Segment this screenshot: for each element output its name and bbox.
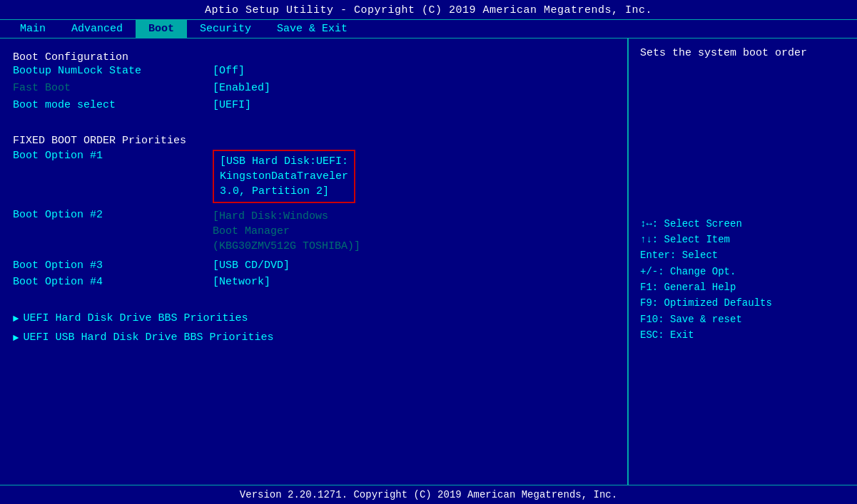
nav-boot[interactable]: Boot [136, 20, 187, 38]
boot-option4-value[interactable]: [Network] [213, 276, 270, 288]
bbs2-label: UEFI USB Hard Disk Drive BBS Priorities [23, 331, 273, 344]
bootup-numlock-row: Bootup NumLock State [Off] [13, 65, 614, 81]
fixed-order-label: FIXED BOOT ORDER Priorities [13, 135, 614, 147]
fast-boot-value[interactable]: [Enabled] [213, 82, 270, 94]
help-text: Sets the system boot order [640, 46, 846, 62]
boot-mode-value[interactable]: [UEFI] [213, 99, 251, 111]
bbs1-label: UEFI Hard Disk Drive BBS Priorities [23, 312, 248, 324]
boot-option3-label: Boot Option #3 [13, 259, 213, 272]
boot-option3-row: Boot Option #3 [USB CD/DVD] [13, 259, 614, 272]
key-hint-f1: F1: General Help [640, 279, 846, 295]
key-hint-change: +/-: Change Opt. [640, 264, 846, 279]
bootup-numlock-value[interactable]: [Off] [213, 65, 245, 77]
nav-security[interactable]: Security [187, 20, 264, 38]
bbs2-item[interactable]: ► UEFI USB Hard Disk Drive BBS Prioritie… [13, 331, 614, 344]
keys-section: ↕↔: Select Screen ↑↓: Select Item Enter:… [640, 216, 846, 344]
boot-option4-row: Boot Option #4 [Network] [13, 276, 614, 288]
key-hint-screen: ↕↔: Select Screen [640, 216, 846, 232]
nav-bar: Main Advanced Boot Security Save & Exit [0, 19, 857, 38]
nav-save-exit[interactable]: Save & Exit [264, 20, 360, 38]
nav-advanced[interactable]: Advanced [59, 20, 136, 38]
boot-option4-label: Boot Option #4 [13, 276, 213, 288]
boot-option2-value[interactable]: [Hard Disk:Windows Boot Manager (KBG30ZM… [213, 209, 360, 254]
boot-mode-row: Boot mode select [UEFI] [13, 99, 614, 115]
boot-mode-label: Boot mode select [13, 99, 213, 111]
key-hint-item: ↑↓: Select Item [640, 232, 846, 247]
key-hint-enter: Enter: Select [640, 247, 846, 263]
bbs1-arrow: ► [13, 313, 19, 324]
fast-boot-row: Fast Boot [Enabled] [13, 82, 614, 98]
bootup-numlock-label: Bootup NumLock State [13, 65, 213, 77]
boot-option1-row: Boot Option #1 [USB Hard Disk:UEFI: King… [13, 150, 614, 203]
nav-main[interactable]: Main [7, 20, 59, 38]
title-text: Aptio Setup Utility - Copyright (C) 2019… [205, 4, 652, 16]
footer-text: Version 2.20.1271. Copyright (C) 2019 Am… [240, 489, 617, 500]
footer: Version 2.20.1271. Copyright (C) 2019 Am… [0, 485, 857, 504]
bbs1-item[interactable]: ► UEFI Hard Disk Drive BBS Priorities [13, 312, 614, 324]
left-panel: Boot Configuration Bootup NumLock State … [0, 38, 629, 485]
right-panel: Sets the system boot order ↕↔: Select Sc… [629, 38, 857, 485]
main-content: Boot Configuration Bootup NumLock State … [0, 38, 857, 485]
key-hint-f10: F10: Save & reset [640, 312, 846, 327]
boot-option1-value[interactable]: [USB Hard Disk:UEFI: KingstonDataTravele… [213, 150, 355, 203]
bbs2-arrow: ► [13, 332, 19, 344]
bios-screen: Aptio Setup Utility - Copyright (C) 2019… [0, 0, 857, 504]
fast-boot-label: Fast Boot [13, 82, 213, 94]
boot-config-label: Boot Configuration [13, 51, 614, 63]
key-hint-f9: F9: Optimized Defaults [640, 295, 846, 311]
boot-option2-row: Boot Option #2 [Hard Disk:Windows Boot M… [13, 209, 614, 254]
boot-option2-label: Boot Option #2 [13, 209, 213, 221]
boot-option1-label: Boot Option #1 [13, 150, 213, 162]
key-hint-esc: ESC: Exit [640, 327, 846, 343]
title-bar: Aptio Setup Utility - Copyright (C) 2019… [0, 0, 857, 19]
boot-option3-value[interactable]: [USB CD/DVD] [213, 259, 290, 272]
